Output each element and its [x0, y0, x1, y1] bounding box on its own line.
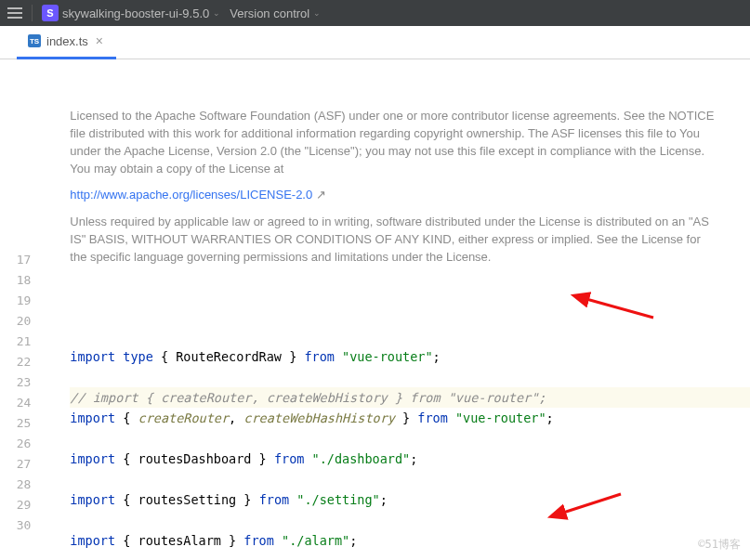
code-line: // import { createRouter, createWebHisto…: [70, 387, 750, 408]
gutter: 17 18 19 20 21 22 23 24 25 26 27 28 29 3…: [0, 59, 47, 560]
titlebar: S skywalking-booster-ui-9.5.0 ⌄ Version …: [0, 0, 750, 26]
tab-index-ts[interactable]: TS index.ts ×: [17, 26, 116, 59]
code-line: import { routesDashboard } from "./dashb…: [70, 449, 750, 469]
doc-text: Licensed to the Apache Software Foundati…: [70, 108, 720, 177]
divider: [32, 5, 33, 21]
tab-filename: index.ts: [46, 34, 88, 48]
line-number: 25: [0, 413, 31, 434]
license-link[interactable]: http://www.apache.org/licenses/LICENSE-2…: [70, 188, 312, 202]
line-number: 28: [0, 475, 31, 495]
doc-text: Unless required by applicable law or agr…: [70, 214, 720, 267]
line-number: 27: [0, 454, 31, 475]
line-number: 29: [0, 495, 31, 515]
project-icon: S: [42, 5, 59, 21]
line-number: 19: [0, 291, 31, 311]
close-tab-icon[interactable]: ×: [94, 33, 105, 48]
chevron-down-icon: ⌄: [313, 8, 321, 18]
watermark: ©51博客: [698, 534, 741, 554]
hamburger-menu-icon[interactable]: [7, 7, 22, 19]
line-number: 24: [0, 393, 31, 413]
typescript-file-icon: TS: [28, 34, 41, 47]
vcs-menu[interactable]: Version control ⌄: [230, 7, 321, 20]
svg-line-0: [586, 299, 653, 318]
annotation-arrow-icon: [535, 275, 655, 349]
line-number: 21: [0, 332, 31, 352]
line-number: 30: [0, 515, 31, 536]
project-selector[interactable]: S skywalking-booster-ui-9.5.0 ⌄: [42, 5, 220, 21]
code-line: import { createRouter, createWebHashHist…: [70, 408, 750, 428]
line-number: 17: [0, 250, 31, 270]
line-number: 18: [0, 270, 31, 291]
line-number: 26: [0, 434, 31, 454]
line-number: 23: [0, 372, 31, 393]
code-line: import { routesAlarm } from "./alarm";: [70, 530, 750, 551]
external-link-icon: ↗: [316, 188, 326, 202]
code-line: import { routesSetting } from "./setting…: [70, 489, 750, 510]
line-number: 20: [0, 311, 31, 332]
editor: 17 18 19 20 21 22 23 24 25 26 27 28 29 3…: [0, 59, 750, 560]
editor-tabs: TS index.ts ×: [0, 26, 750, 59]
project-name: skywalking-booster-ui-9.5.0: [62, 7, 209, 20]
code-line: import type { RouteRecordRaw } from "vue…: [70, 346, 750, 367]
vcs-label: Version control: [230, 7, 309, 20]
license-doc-comment: Licensed to the Apache Software Foundati…: [70, 108, 720, 267]
code-area[interactable]: Licensed to the Apache Software Foundati…: [47, 59, 750, 560]
chevron-down-icon: ⌄: [213, 8, 220, 18]
line-number: 22: [0, 352, 31, 372]
